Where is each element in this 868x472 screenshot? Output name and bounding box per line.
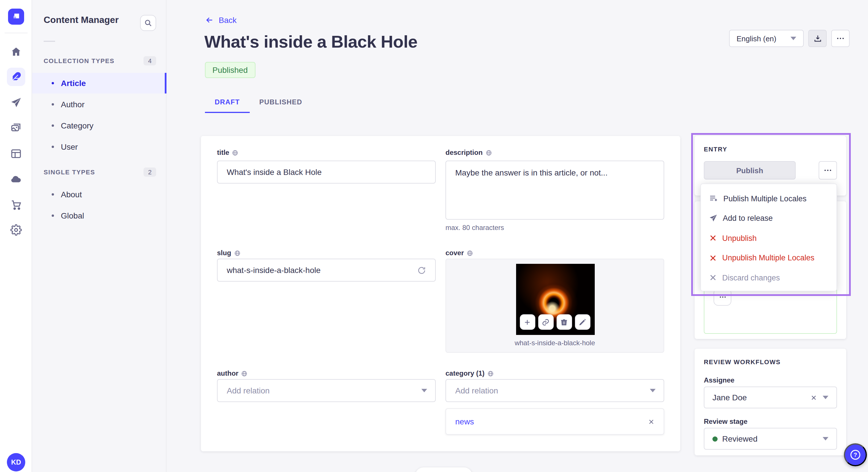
bullet-icon [52,82,54,84]
cover-filename: what-s-inside-a-black-hole [446,339,663,347]
assignee-label: Assignee [704,376,735,384]
section-count-badge: 4 [144,56,156,65]
search-button[interactable] [140,15,156,31]
chevron-down-icon [823,396,828,399]
relation-link-news[interactable]: news [455,417,474,426]
menu-item-publish-multiple-locales[interactable]: Publish Multiple Locales [701,189,836,208]
more-horizontal-icon [836,34,845,43]
chevron-down-icon [823,437,828,440]
cloud-icon[interactable] [7,170,25,188]
layout-icon[interactable] [7,144,25,163]
menu-item-label: Unpublish [722,234,756,243]
publish-label: Publish [736,166,763,175]
settings-gear-icon[interactable] [7,221,25,239]
menu-item-add-to-release[interactable]: Add to release [701,208,836,228]
cart-icon[interactable] [7,196,25,214]
locale-select-value: English (en) [737,34,776,43]
author-field-label: author [217,369,436,377]
user-avatar[interactable]: KD [7,453,25,471]
publish-button[interactable]: Publish [704,161,796,179]
more-horizontal-icon [823,166,832,175]
entry-more-button[interactable] [818,161,837,179]
menu-item-discard-changes[interactable]: Discard changes [701,268,836,288]
link-icon [541,318,550,326]
back-label: Back [219,15,237,25]
sidebar-item-user[interactable]: User [32,136,166,157]
paper-plane-icon[interactable] [7,94,25,112]
floating-action-bar [415,467,472,472]
description-field-label: description [445,148,664,157]
sidebar-item-label: Global [61,211,84,220]
section-label: COLLECTION TYPES [43,57,115,64]
media-library-icon[interactable] [7,119,25,137]
menu-item-unpublish-multiple-locales[interactable]: Unpublish Multiple Locales [701,248,836,268]
version-tabs: DRAFT PUBLISHED [205,92,312,112]
arrow-left-icon [205,15,214,25]
section-count-badge: 2 [144,167,156,177]
svg-text:?: ? [854,452,857,458]
single-types-section-header: SINGLE TYPES 2 [43,167,156,177]
sidebar-item-author[interactable]: Author [32,94,166,115]
sidebar-item-label: User [61,142,78,151]
globe-icon [241,370,248,376]
title-field-label: title [217,148,436,157]
delete-media-button[interactable] [556,314,572,330]
category-relation-item[interactable]: news [445,408,664,435]
cross-icon [709,274,717,282]
field-label-text: slug [217,249,231,257]
sidebar-item-category[interactable]: Category [32,115,166,136]
strapi-logo[interactable] [8,9,24,25]
globe-icon [467,250,473,256]
bullet-icon [52,193,54,196]
category-relation-select[interactable]: Add relation [445,379,664,402]
description-textarea[interactable]: Maybe the answer is in this article, or … [445,161,664,220]
copy-link-button[interactable] [538,314,553,330]
title-input-value: What's inside a Black Hole [227,167,322,177]
field-label-text: description [445,148,483,157]
home-icon[interactable] [7,42,25,61]
review-stage-select[interactable]: Reviewed [704,428,837,450]
sidebar-item-article[interactable]: Article [32,73,166,94]
bullet-icon [52,125,54,127]
author-relation-select[interactable]: Add relation [217,379,436,402]
content-manager-sidebar: Content Manager COLLECTION TYPES 4 Artic… [32,0,166,472]
edit-media-button[interactable] [575,314,590,330]
slug-field-label: slug [217,249,436,257]
menu-item-unpublish[interactable]: Unpublish [701,228,836,248]
more-horizontal-icon [718,293,726,301]
header-more-button[interactable] [831,30,849,47]
cover-toolbar [520,314,590,330]
export-button[interactable] [808,30,827,47]
sidebar-item-label: About [61,190,82,199]
tab-published[interactable]: PUBLISHED [249,92,312,112]
globe-icon [485,149,492,156]
sidebar-item-label: Category [61,121,94,130]
assignee-select[interactable]: Jane Doe [704,386,837,408]
entry-form-card: title What's inside a Black Hole descrip… [201,136,680,451]
status-badge: Published [205,62,255,78]
collection-types-section-header: COLLECTION TYPES 4 [43,56,156,65]
help-button[interactable]: ? [844,443,867,466]
entry-actions-menu: Publish Multiple Locales Add to release … [701,183,837,291]
back-link[interactable]: Back [205,15,237,25]
add-media-button[interactable] [520,314,535,330]
feather-content-icon[interactable] [7,68,25,86]
pencil-icon [578,318,586,326]
tab-label: DRAFT [215,98,240,106]
sidebar-title: Content Manager [43,15,119,25]
description-value: Maybe the answer is in this article, or … [455,168,608,177]
globe-icon [487,370,494,376]
sidebar-item-global[interactable]: Global [32,205,166,226]
remove-relation-icon [648,418,654,425]
sidebar-item-about[interactable]: About [32,184,166,205]
bullet-icon [52,146,54,148]
clear-assignee-icon[interactable] [811,394,817,401]
stage-status-dot [712,436,718,441]
tab-draft[interactable]: DRAFT [205,92,249,112]
locale-select[interactable]: English (en) [729,30,804,47]
title-input[interactable]: What's inside a Black Hole [217,161,436,183]
app-window: KD Content Manager COLLECTION TYPES 4 Ar… [0,0,868,472]
slug-input[interactable]: what-s-inside-a-black-hole [217,259,436,281]
bullet-icon [52,103,54,105]
category-field-label: category (1) [445,369,664,377]
